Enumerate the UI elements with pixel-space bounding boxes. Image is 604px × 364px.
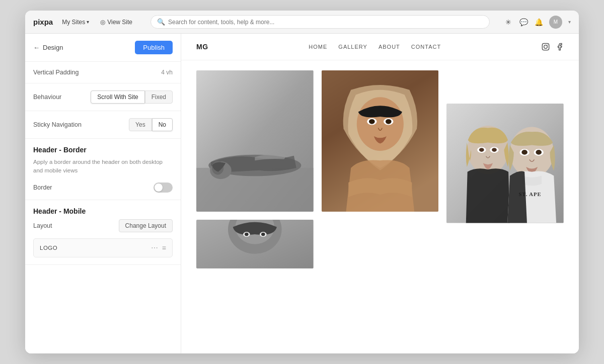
nav-gallery[interactable]: GALLERY [338, 44, 367, 50]
facebook-icon[interactable] [556, 43, 564, 51]
behaviour-btn-group: Scroll With Site Fixed [91, 90, 173, 104]
svg-point-27 [492, 148, 497, 152]
svg-point-19 [369, 119, 375, 124]
eye-icon: ◎ [100, 19, 105, 26]
svg-point-21 [386, 119, 392, 124]
sticky-nav-row: Sticky Navigation Yes No [33, 118, 173, 131]
scroll-with-site-button[interactable]: Scroll With Site [91, 90, 144, 104]
gallery-grid: ST. APE [196, 70, 564, 268]
search-icon: 🔍 [157, 18, 165, 26]
sun-icon[interactable]: ✳ [504, 18, 513, 27]
avatar[interactable]: M [549, 16, 562, 29]
gallery-area: ST. APE [181, 60, 579, 279]
chevron-down-icon: ▾ [87, 19, 89, 25]
nav-home[interactable]: HOME [309, 44, 327, 50]
header-mobile-section: Header - Mobile Layout Change Layout LOG… [25, 200, 181, 265]
main-content: ← Design Publish Vertical Padding 4 vh B… [25, 34, 579, 353]
svg-point-30 [522, 150, 528, 155]
vertical-padding-label: Vertical Padding [33, 69, 79, 76]
chat-icon[interactable]: 💬 [519, 18, 528, 27]
search-input[interactable] [168, 19, 483, 26]
svg-rect-0 [542, 43, 549, 50]
nav-about[interactable]: ABOUT [379, 44, 400, 50]
border-section-desc: Apply a border around the header on both… [33, 158, 173, 175]
border-toggle[interactable] [154, 183, 173, 193]
nav-contact[interactable]: CONTACT [411, 44, 441, 50]
sticky-yes-button[interactable]: Yes [129, 118, 152, 131]
preview-pane: MG HOME GALLERY ABOUT CONTACT [181, 34, 579, 353]
mobile-section-title: Header - Mobile [33, 207, 173, 215]
mobile-logo-label: LOGO [40, 245, 57, 251]
gallery-image-4 [196, 220, 314, 268]
gallery-image-2 [322, 70, 439, 212]
vertical-padding-row: Vertical Padding 4 vh [33, 69, 173, 76]
gallery-image-1 [196, 70, 314, 212]
bell-icon[interactable]: 🔔 [534, 18, 543, 27]
dots-icon[interactable]: ⋯ [151, 244, 158, 252]
back-arrow-icon: ← [33, 44, 40, 51]
gallery-col-3: ST. APE [446, 70, 564, 223]
sticky-no-button[interactable]: No [152, 118, 173, 131]
vertical-padding-value: 4 vh [161, 69, 173, 76]
svg-point-12 [245, 233, 249, 236]
site-nav-links: HOME GALLERY ABOUT CONTACT [309, 44, 441, 50]
fixed-button[interactable]: Fixed [145, 90, 173, 104]
sidebar: ← Design Publish Vertical Padding 4 vh B… [25, 34, 181, 353]
menu-icon[interactable]: ≡ [162, 244, 166, 252]
instagram-icon[interactable] [542, 43, 550, 51]
gallery-col-1 [196, 70, 314, 268]
top-icons: ✳ 💬 🔔 M ▾ [504, 16, 571, 29]
view-site-button[interactable]: ◎ View Site [96, 17, 136, 28]
behaviour-section: Behaviour Scroll With Site Fixed [25, 83, 181, 111]
sidebar-header: ← Design Publish [25, 34, 181, 62]
top-bar: pixpa My Sites ▾ ◎ View Site 🔍 ✳ 💬 🔔 M ▾ [25, 11, 579, 34]
svg-point-32 [536, 150, 542, 155]
svg-point-14 [261, 233, 265, 236]
browser-window: pixpa My Sites ▾ ◎ View Site 🔍 ✳ 💬 🔔 M ▾ [25, 11, 579, 353]
header-border-section: Header - Border Apply a border around th… [25, 139, 181, 200]
site-nav: MG HOME GALLERY ABOUT CONTACT [181, 34, 579, 60]
col3-spacer [446, 70, 564, 96]
sticky-nav-btn-group: Yes No [129, 118, 173, 131]
border-label: Border [33, 184, 52, 191]
publish-button[interactable]: Publish [135, 41, 173, 54]
gallery-col-2 [322, 70, 439, 212]
border-toggle-row: Border [33, 183, 173, 193]
mobile-logo-row: LOGO ⋯ ≡ [33, 238, 173, 257]
site-nav-social [542, 43, 564, 51]
svg-point-1 [544, 45, 548, 49]
svg-point-2 [547, 45, 548, 45]
layout-row: Layout Change Layout [33, 219, 173, 232]
sticky-nav-label: Sticky Navigation [33, 121, 82, 128]
my-sites-button[interactable]: My Sites ▾ [59, 17, 92, 28]
search-bar[interactable]: 🔍 [150, 15, 490, 29]
gallery-image-3: ST. APE [446, 104, 564, 223]
site-logo: MG [196, 43, 208, 51]
change-layout-button[interactable]: Change Layout [119, 219, 173, 232]
sticky-nav-section: Sticky Navigation Yes No [25, 111, 181, 139]
behaviour-row: Behaviour Scroll With Site Fixed [33, 90, 173, 104]
svg-point-25 [479, 148, 484, 152]
border-section-title: Header - Border [33, 146, 173, 154]
avatar-chevron-icon: ▾ [568, 19, 571, 25]
mobile-logo-icons: ⋯ ≡ [151, 244, 166, 252]
back-button[interactable]: ← Design [33, 44, 63, 51]
behaviour-label: Behaviour [33, 94, 61, 101]
vertical-padding-section: Vertical Padding 4 vh [25, 62, 181, 83]
logo: pixpa [33, 18, 53, 26]
layout-label: Layout [33, 222, 52, 229]
